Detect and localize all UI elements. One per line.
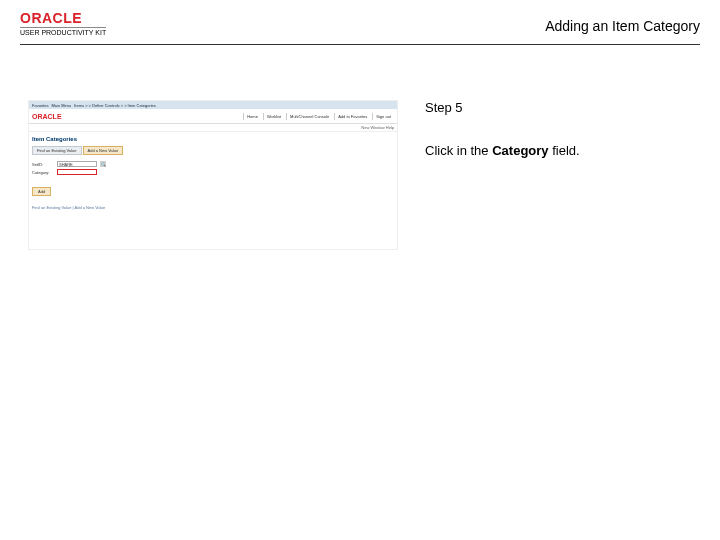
setid-field[interactable]: SHARE: [57, 161, 97, 167]
breadcrumb-main-menu[interactable]: Main Menu: [51, 103, 71, 108]
brand-logo-block: ORACLE USER PRODUCTIVITY KIT: [20, 10, 106, 36]
upk-subtitle: USER PRODUCTIVITY KIT: [20, 27, 106, 36]
form-area: SetID: SHARE 🔍 Category:: [32, 159, 394, 179]
app-screenshot: Favorites Main Menu Items > > Define Con…: [28, 100, 398, 250]
category-row: Category:: [32, 169, 394, 175]
screenshot-footer: Find an Existing Value | Add a New Value: [29, 200, 397, 214]
setid-lookup-icon[interactable]: 🔍: [100, 161, 106, 167]
nav-mcfc[interactable]: MultiChannel Console: [286, 113, 332, 120]
app-subrow[interactable]: New Window Help: [29, 124, 397, 132]
page-title: Adding an Item Category: [545, 18, 700, 34]
add-button[interactable]: Add: [32, 187, 51, 196]
step-number: Step 5: [425, 100, 685, 115]
app-nav: Home Worklist MultiChannel Console Add t…: [243, 113, 394, 120]
app-header-row: ORACLE Home Worklist MultiChannel Consol…: [29, 109, 397, 124]
tab-bar: Find an Existing Value Add a New Value: [32, 146, 394, 155]
footer-links[interactable]: Find an Existing Value | Add a New Value: [32, 205, 105, 210]
oracle-logo: ORACLE: [20, 10, 106, 26]
breadcrumb-favorites[interactable]: Favorites: [32, 103, 48, 108]
step-text-prefix: Click in the: [425, 143, 492, 158]
setid-label: SetID:: [32, 162, 54, 167]
step-text-bold: Category: [492, 143, 548, 158]
setid-value: SHARE: [59, 162, 73, 167]
nav-add-favorites[interactable]: Add to Favorites: [334, 113, 370, 120]
nav-signout[interactable]: Sign out: [372, 113, 394, 120]
step-text-suffix: field.: [549, 143, 580, 158]
tab-add-new[interactable]: Add a New Value: [83, 146, 124, 155]
instruction-panel: Step 5 Click in the Category field.: [425, 100, 685, 158]
breadcrumb-path: Items > > Define Controls > > Item Categ…: [74, 103, 156, 108]
page-header: ORACLE USER PRODUCTIVITY KIT Adding an I…: [20, 0, 700, 45]
breadcrumb-bar: Favorites Main Menu Items > > Define Con…: [29, 101, 397, 109]
nav-worklist[interactable]: Worklist: [263, 113, 284, 120]
setid-row: SetID: SHARE 🔍: [32, 161, 394, 167]
tab-find-existing[interactable]: Find an Existing Value: [32, 146, 82, 155]
category-label: Category:: [32, 170, 54, 175]
nav-home[interactable]: Home: [243, 113, 261, 120]
category-field[interactable]: [57, 169, 97, 175]
section-title: Item Categories: [29, 132, 397, 144]
app-oracle-logo: ORACLE: [32, 113, 62, 120]
step-text: Click in the Category field.: [425, 143, 685, 158]
